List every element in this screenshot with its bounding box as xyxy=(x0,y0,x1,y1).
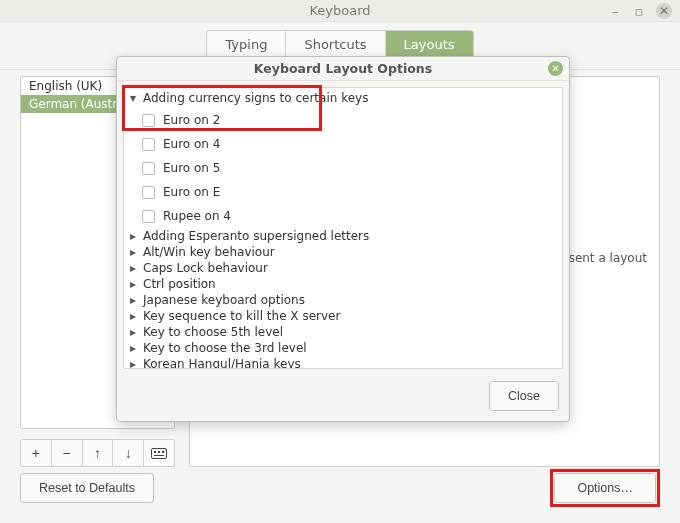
window-titlebar: Keyboard – ▫ ✕ xyxy=(0,0,680,22)
caret-right-icon: ▸ xyxy=(130,293,139,307)
group-label: Key to choose the 3rd level xyxy=(143,341,307,355)
checkbox[interactable] xyxy=(142,114,155,127)
close-icon[interactable]: ✕ xyxy=(656,3,672,19)
group-currency-signs[interactable]: ▾ Adding currency signs to certain keys xyxy=(130,90,556,106)
group-esperanto[interactable]: ▸ Adding Esperanto supersigned letters xyxy=(130,228,556,244)
group-label: Ctrl position xyxy=(143,277,216,291)
group-caps-lock[interactable]: ▸ Caps Lock behaviour xyxy=(130,260,556,276)
group-3rd-level[interactable]: ▸ Key to choose the 3rd level xyxy=(130,340,556,356)
dialog-body[interactable]: ▾ Adding currency signs to certain keys … xyxy=(123,87,563,369)
option-euro-on-e[interactable]: Euro on E xyxy=(140,180,556,204)
maximize-icon[interactable]: ▫ xyxy=(632,4,646,18)
options-highlight: Options… xyxy=(550,469,660,507)
group-label: Adding Esperanto supersigned letters xyxy=(143,229,369,243)
option-label: Euro on 5 xyxy=(163,161,220,175)
group-alt-win[interactable]: ▸ Alt/Win key behaviour xyxy=(130,244,556,260)
options-button[interactable]: Options… xyxy=(554,473,656,503)
tab-typing[interactable]: Typing xyxy=(207,31,286,58)
dialog-title: Keyboard Layout Options xyxy=(254,61,432,76)
option-label: Euro on 2 xyxy=(163,113,220,127)
add-layout-button[interactable]: + xyxy=(21,440,52,466)
layout-list-buttons: + − ↑ ↓ xyxy=(20,439,175,467)
window-controls: – ▫ ✕ xyxy=(608,3,672,19)
checkbox[interactable] xyxy=(142,210,155,223)
checkbox[interactable] xyxy=(142,138,155,151)
group-japanese[interactable]: ▸ Japanese keyboard options xyxy=(130,292,556,308)
group-label: Adding currency signs to certain keys xyxy=(143,91,368,105)
tabs: Typing Shortcuts Layouts xyxy=(206,30,473,59)
group-korean[interactable]: ▸ Korean Hangul/Hanja keys xyxy=(130,356,556,369)
bottom-bar: Reset to Defaults Options… xyxy=(20,469,660,507)
minimize-icon[interactable]: – xyxy=(608,4,622,18)
show-keyboard-button[interactable] xyxy=(144,440,174,466)
group-kill-x[interactable]: ▸ Key sequence to kill the X server xyxy=(130,308,556,324)
group-label: Alt/Win key behaviour xyxy=(143,245,275,259)
keyboard-icon xyxy=(151,448,167,459)
tab-layouts[interactable]: Layouts xyxy=(386,31,473,58)
dialog-close-icon[interactable]: ✕ xyxy=(548,61,563,76)
checkbox[interactable] xyxy=(142,186,155,199)
group-label: Korean Hangul/Hanja keys xyxy=(143,357,301,369)
group-label: Caps Lock behaviour xyxy=(143,261,268,275)
group-label: Key sequence to kill the X server xyxy=(143,309,340,323)
option-label: Euro on 4 xyxy=(163,137,220,151)
option-euro-on-4[interactable]: Euro on 4 xyxy=(140,132,556,156)
caret-right-icon: ▸ xyxy=(130,245,139,259)
option-euro-on-5[interactable]: Euro on 5 xyxy=(140,156,556,180)
move-down-button[interactable]: ↓ xyxy=(113,440,144,466)
option-rupee-on-4[interactable]: Rupee on 4 xyxy=(140,204,556,228)
option-label: Euro on E xyxy=(163,185,220,199)
caret-right-icon: ▸ xyxy=(130,277,139,291)
move-up-button[interactable]: ↑ xyxy=(83,440,114,466)
caret-right-icon: ▸ xyxy=(130,261,139,275)
checkbox[interactable] xyxy=(142,162,155,175)
option-label: Rupee on 4 xyxy=(163,209,231,223)
caret-right-icon: ▸ xyxy=(130,325,139,339)
group-5th-level[interactable]: ▸ Key to choose 5th level xyxy=(130,324,556,340)
group-currency-options: Euro on 2 Euro on 4 Euro on 5 Euro on E … xyxy=(130,106,556,228)
dialog-titlebar: Keyboard Layout Options ✕ xyxy=(117,57,569,81)
caret-right-icon: ▸ xyxy=(130,229,139,243)
group-label: Key to choose 5th level xyxy=(143,325,283,339)
caret-down-icon: ▾ xyxy=(130,91,139,105)
group-label: Japanese keyboard options xyxy=(143,293,305,307)
caret-right-icon: ▸ xyxy=(130,341,139,355)
keyboard-layout-options-dialog: Keyboard Layout Options ✕ ▾ Adding curre… xyxy=(116,56,570,422)
window-title: Keyboard xyxy=(309,3,370,18)
remove-layout-button[interactable]: − xyxy=(52,440,83,466)
tab-shortcuts[interactable]: Shortcuts xyxy=(286,31,385,58)
dialog-close-button[interactable]: Close xyxy=(489,381,559,411)
reset-defaults-button[interactable]: Reset to Defaults xyxy=(20,473,154,503)
dialog-footer: Close xyxy=(117,375,569,421)
caret-right-icon: ▸ xyxy=(130,357,139,369)
caret-right-icon: ▸ xyxy=(130,309,139,323)
option-euro-on-2[interactable]: Euro on 2 xyxy=(140,108,556,132)
group-ctrl-position[interactable]: ▸ Ctrl position xyxy=(130,276,556,292)
